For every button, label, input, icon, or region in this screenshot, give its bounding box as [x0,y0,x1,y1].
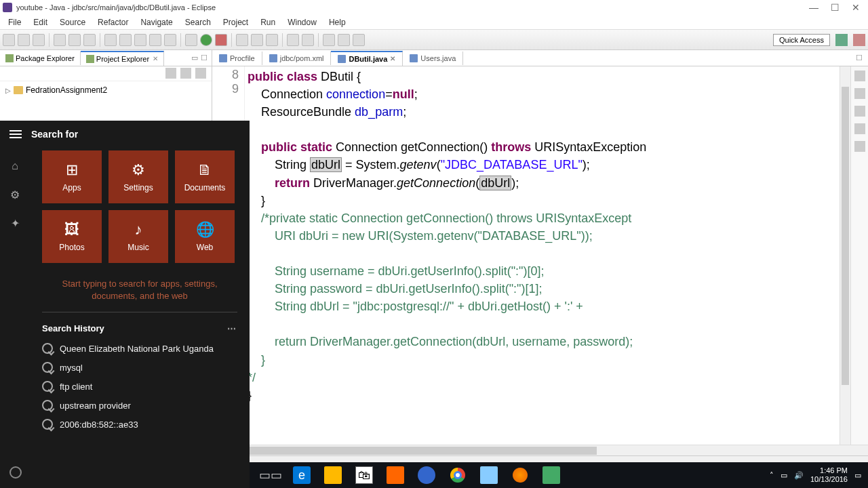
app-icon[interactable] [418,466,435,484]
maximize-editor[interactable]: ☐ [850,54,868,62]
file-explorer-icon[interactable] [324,466,342,484]
menu-project[interactable]: Project [218,16,254,28]
tool-button[interactable] [68,34,81,46]
web-icon: 🌐 [196,221,214,239]
toolbar: Quick Access [0,30,868,50]
task-icon[interactable] [854,88,865,99]
run-button[interactable] [200,34,212,46]
tool-button[interactable] [54,34,66,46]
tool-button[interactable] [338,34,350,46]
tool-button[interactable] [353,34,365,46]
app-icon[interactable] [387,466,404,484]
minimize-button[interactable]: — [809,2,818,13]
tool-button[interactable] [287,34,299,46]
tool-button[interactable] [185,34,197,46]
editor-tab-pom[interactable]: jdbc/pom.xml [262,52,332,65]
editor-tab-users[interactable]: Users.java [403,52,463,65]
edge-icon[interactable]: e [293,466,311,484]
app-icon[interactable] [542,466,560,484]
tool-button[interactable] [149,34,161,46]
perspective-java[interactable] [835,34,848,46]
tool-button[interactable] [104,34,117,46]
notifications-icon[interactable]: ▭ [854,471,861,480]
horizontal-scrollbar[interactable]: ‹ [212,445,868,455]
tool-button[interactable] [302,34,314,46]
app-icon[interactable] [480,466,498,484]
battery-icon[interactable]: ▭ [781,471,787,480]
history-item[interactable]: ftp client [42,377,237,396]
tool-button[interactable] [83,34,96,46]
more-icon[interactable]: ⋯ [227,323,237,333]
maximize-button[interactable]: ☐ [831,2,840,13]
history-text: upstream provider [60,401,131,411]
history-item[interactable]: 2006:db8:582::ae33 [42,415,237,434]
maximize-view[interactable]: ☐ [201,54,208,62]
outline-icon[interactable] [854,70,865,81]
quick-access[interactable]: Quick Access [773,34,830,46]
debug-button[interactable] [215,34,227,46]
history-icon [42,362,53,373]
tool-button[interactable] [266,34,278,46]
menu-navigate[interactable]: Navigate [135,16,178,28]
tool-button[interactable] [236,34,248,46]
editor-tab-dbutil[interactable]: DButil.java✕ [331,51,403,66]
tile-apps[interactable]: ⊞Apps [42,150,102,203]
view-menu-icon[interactable] [195,68,206,79]
feedback-icon[interactable]: ✦ [9,217,21,229]
tile-documents[interactable]: 🗎Documents [175,150,235,203]
close-button[interactable]: ✕ [852,2,860,13]
collapse-all-icon[interactable] [165,68,176,79]
close-icon[interactable]: ✕ [153,55,158,62]
tab-label: Package Explorer [16,54,75,62]
menu-window[interactable]: Window [282,16,322,28]
tool-button[interactable] [251,34,263,46]
close-icon[interactable]: ✕ [390,55,395,62]
project-tree-item[interactable]: ▷ FedrationAssignment2 [5,84,206,96]
gear-icon[interactable]: ⚙ [9,188,21,201]
tool-button[interactable] [323,34,335,46]
save-all-button[interactable] [33,34,45,46]
hamburger-icon[interactable] [9,130,22,138]
cortana-ring-icon[interactable] [9,466,22,479]
history-item[interactable]: mysql [42,358,237,377]
tile-settings[interactable]: ⚙Settings [108,150,168,203]
menu-source[interactable]: Source [54,16,91,28]
rail-icon[interactable] [854,141,865,152]
home-icon[interactable]: ⌂ [9,160,21,172]
clock[interactable]: 1:46 PM10/13/2016 [810,466,848,484]
perspective-other[interactable] [853,34,865,46]
volume-icon[interactable]: 🔊 [794,471,804,480]
menu-file[interactable]: File [3,16,26,28]
history-item[interactable]: Queen Elizabeth National Park Uganda [42,339,237,358]
menu-refactor[interactable]: Refactor [92,16,134,28]
history-item[interactable]: upstream provider [42,396,237,415]
vertical-scrollbar[interactable] [840,66,850,445]
folder-icon [14,86,23,94]
tray-chevron-icon[interactable]: ˄ [770,471,774,480]
menu-edit[interactable]: Edit [28,16,53,28]
menu-search[interactable]: Search [180,16,216,28]
menu-help[interactable]: Help [323,16,351,28]
task-view-icon[interactable]: ▭▭ [262,466,279,484]
new-button[interactable] [3,34,15,46]
tile-music[interactable]: ♪Music [108,210,168,263]
editor-tab-procfile[interactable]: Procfile [212,52,262,65]
tile-photos[interactable]: 🖼Photos [42,210,102,263]
tool-button[interactable] [164,34,176,46]
tool-button[interactable] [134,34,146,46]
store-icon[interactable]: 🛍 [355,466,373,484]
menu-run[interactable]: Run [255,16,281,28]
tab-package-explorer[interactable]: Package Explorer [0,52,81,65]
tile-web[interactable]: 🌐Web [175,210,235,263]
code-editor[interactable]: public class DButil { Connection connect… [245,66,840,445]
rail-icon[interactable] [854,106,865,117]
tab-project-explorer[interactable]: Project Explorer ✕ [81,51,164,66]
rail-icon[interactable] [854,123,865,134]
save-button[interactable] [18,34,30,46]
link-editor-icon[interactable] [180,68,191,79]
tool-button[interactable] [119,34,132,46]
minimize-view[interactable]: ▭ [191,54,198,62]
chrome-icon[interactable] [449,466,467,484]
expand-icon[interactable]: ▷ [5,87,11,94]
firefox-icon[interactable] [511,466,529,484]
